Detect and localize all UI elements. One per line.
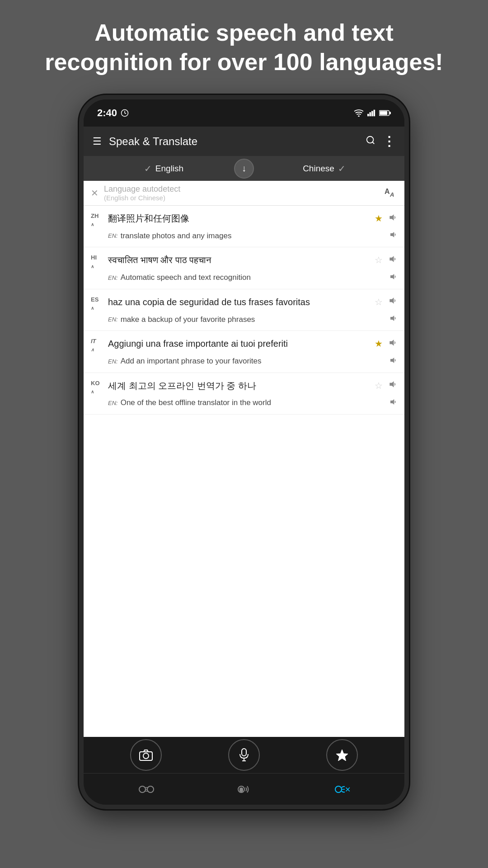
favorite-star-icon[interactable]: ☆ [375,380,383,391]
phrase-en-text: make a backup of your favorite phrases [121,315,255,324]
en-label: EN: [108,400,118,406]
tts-en-icon[interactable] [389,273,397,283]
phrase-english-row: EN: Automatic speech and text recognitio… [91,273,397,283]
autodetect-main-text: Language autodetect [104,184,379,194]
phrase-english-row: EN: translate photos and any images [91,231,397,241]
svg-rect-3 [370,112,371,116]
bottom-navigation: ✕ [84,773,404,805]
clear-autodetect-button[interactable]: ✕ [91,188,99,198]
favorite-star-icon[interactable]: ★ [375,338,383,349]
menu-icon[interactable]: ☰ [93,136,102,147]
svg-text:A: A [385,188,390,195]
tts-en-icon[interactable] [389,357,397,366]
svg-point-9 [367,136,374,143]
phrase-english-row: EN: One of the best offline translator i… [91,398,397,408]
tts-icon[interactable] [388,213,397,224]
nav-voice[interactable] [236,783,252,796]
svg-rect-7 [380,111,387,115]
svg-marker-18 [390,316,394,321]
translate-symbol-icon: A A [385,187,397,197]
empty-space [84,415,404,505]
svg-line-10 [372,142,374,144]
tts-icon[interactable] [388,380,397,391]
target-lang-label: Chinese [303,164,334,174]
en-label: EN: [108,274,118,281]
nav-active[interactable]: ✕ [333,783,350,796]
svg-text:A: A [389,191,394,197]
phrase-hi-text: स्वचालित भाषण और पाठ पहचान [108,254,211,266]
phrase-action-icons: ☆ [375,296,397,307]
phrase-item: ZH∧ 翻译照片和任何图像 ★ [84,206,404,247]
voice-icon [236,783,252,796]
app-title: Speak & Translate [109,135,358,148]
phrase-foreign-row: ES∧ haz una copia de seguridad de tus fr… [91,296,397,312]
lang-code-es: ES∧ [91,296,103,312]
phrase-en-text: Automatic speech and text recognition [121,273,251,282]
microphone-button[interactable] [228,739,260,771]
autodetect-bar: ✕ Language autodetect (English or Chines… [84,181,404,206]
device-frame: 2:40 [79,95,409,809]
source-language[interactable]: ✓ English [84,163,244,174]
phrase-ko-text: 세계 최고의 오프라인 번역가 중 하나 [108,379,256,392]
source-lang-label: English [155,164,183,174]
source-lang-check: ✓ [144,163,152,174]
phrase-foreign-left: ZH∧ 翻译照片和任何图像 [91,212,375,228]
phrase-foreign-row: HI∧ स्वचालित भाषण और पाठ पहचान ☆ [91,254,397,270]
microphone-icon [239,748,249,762]
svg-rect-25 [242,749,246,756]
phrase-zh-text: 翻译照片和任何图像 [108,212,189,225]
tts-icon[interactable] [388,255,397,265]
tts-en-icon[interactable] [389,231,397,241]
swap-languages-button[interactable]: ↓ [234,159,254,179]
camera-icon [139,749,153,761]
status-icons [354,109,391,117]
battery-icon [379,109,391,117]
promo-heading: Automatic speech and text recognition fo… [0,0,488,90]
svg-rect-8 [389,112,391,114]
app-content: ☰ Speak & Translate ⋮ ✓ English ↓ [84,127,404,805]
favorite-star-icon[interactable]: ☆ [375,255,383,265]
lang-code-hi: HI∧ [91,254,103,270]
tts-icon[interactable] [388,297,397,307]
en-label: EN: [108,316,118,323]
wifi-icon [354,109,364,117]
phrase-action-icons: ☆ [375,379,397,391]
favorite-star-icon[interactable]: ★ [375,213,383,224]
more-options-icon[interactable]: ⋮ [383,134,395,149]
autodetect-sub-text: (English or Chinese) [104,194,379,202]
autodetect-placeholder[interactable]: Language autodetect (English or Chinese) [104,184,379,202]
tts-en-icon[interactable] [389,315,397,324]
tts-en-icon[interactable] [389,398,397,408]
camera-button[interactable] [130,739,162,771]
tts-icon[interactable] [388,339,397,349]
phrase-en-text: One of the best offline translator in th… [121,398,271,407]
phrases-list: ZH∧ 翻译照片和任何图像 ★ [84,206,404,737]
phrase-item: ES∧ haz una copia de seguridad de tus fr… [84,289,404,331]
svg-marker-21 [389,381,394,387]
phrase-action-icons: ★ [375,212,397,224]
favorites-button[interactable] [326,739,358,771]
svg-marker-15 [389,256,394,262]
phrase-it-text: Aggiungi una frase importante ai tuoi pr… [108,337,288,350]
device-notch [208,99,280,112]
phrase-foreign-left: IT∧ Aggiungi una frase importante ai tuo… [91,337,375,354]
phrase-english-row: EN: Add an important phrase to your favo… [91,357,397,366]
svg-point-36 [335,786,342,793]
language-selector-bar: ✓ English ↓ Chinese ✓ [84,156,404,181]
phrase-foreign-row: ZH∧ 翻译照片和任何图像 ★ [91,212,397,228]
favorite-star-icon[interactable]: ☆ [375,297,383,307]
phrase-en-text: translate photos and any images [121,231,232,241]
svg-marker-16 [390,274,394,279]
target-language[interactable]: Chinese ✓ [244,163,404,174]
svg-rect-35 [239,788,243,792]
bottom-action-bar [84,737,404,773]
phrase-item: IT∧ Aggiungi una frase importante ai tuo… [84,331,404,373]
lang-code-it: IT∧ [91,337,103,354]
nav-conversation[interactable] [138,783,155,796]
svg-marker-20 [390,358,394,363]
signal-icon [367,109,375,117]
search-icon[interactable] [366,135,375,148]
svg-marker-22 [390,399,394,405]
target-lang-check: ✓ [338,163,346,174]
svg-point-29 [139,786,145,793]
